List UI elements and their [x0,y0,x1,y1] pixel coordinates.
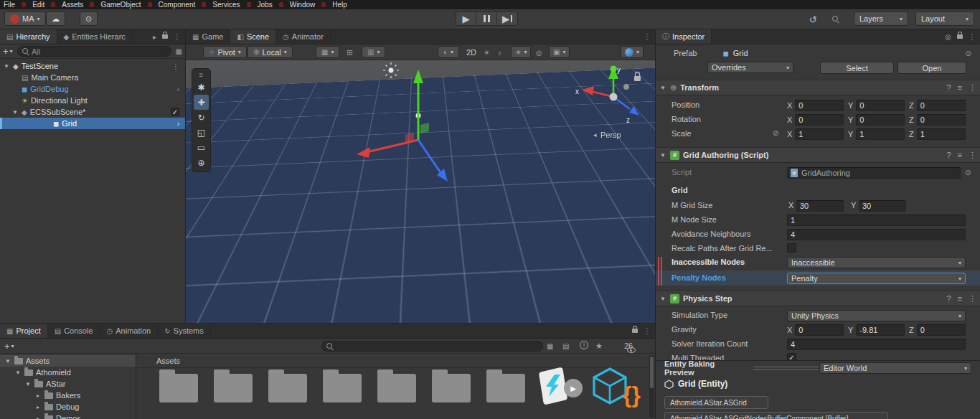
foldout-icon[interactable]: ▸ [34,392,42,399]
add-object-button[interactable]: + [3,46,9,57]
menu-item-services[interactable]: Services [212,1,240,9]
rotate-tool-button[interactable]: ↻ [192,110,210,125]
rotation-x-input[interactable] [795,114,844,126]
local-dropdown[interactable]: ⊕ Local ▾ [248,46,293,58]
snap-icon[interactable]: ⊞ [347,49,352,57]
asset-folder[interactable] [486,374,525,402]
palette-grip[interactable]: ≡ [192,70,210,80]
target-button[interactable]: ⊙ [80,11,98,26]
assets-scrollbar[interactable] [649,355,654,418]
menu-item-gameobject[interactable]: GameObject [100,1,141,9]
menu-item-file[interactable]: File [4,1,15,9]
effects-dropdown[interactable]: ∗ ▾ [511,46,531,58]
panel-menu-icon[interactable]: ⋮ [644,327,651,335]
scale-x-input[interactable] [795,128,844,140]
foldout-icon[interactable]: ▼ [14,369,22,376]
tab-entities-hierarchy[interactable]: ◆ Entities Hierarc [57,29,133,44]
penalty-nodes-dropdown[interactable]: Penalty ▾ [787,273,966,284]
cloud-button[interactable]: ☁ [46,11,65,26]
chevron-right-icon[interactable]: › [177,120,185,128]
drag-handle-icon[interactable] [753,367,819,370]
tree-row-directional-light[interactable]: ☀ Directional Light [0,95,185,106]
menu-item-edit[interactable]: Edit [32,1,44,9]
asset-folder[interactable] [377,374,416,402]
debug-mode-icon[interactable]: ◎ [945,33,951,41]
persp-label[interactable]: Persp [600,131,621,139]
prefab-picker-icon[interactable]: ⊙ [966,50,971,57]
presets-icon[interactable]: ≡ [958,294,962,303]
tab-scroll-icon[interactable]: ▸ [153,33,156,41]
gizmos-dropdown[interactable]: ▾ [621,46,644,58]
open-button[interactable]: Open [897,62,966,74]
search-by-label-icon[interactable]: ▤ [562,342,569,350]
rect-tool-button[interactable]: ▭ [192,140,210,155]
tab-console[interactable]: ▤ Console [48,324,100,338]
baking-world-dropdown[interactable]: Editor World ▾ [819,362,971,374]
tab-project[interactable]: ▦ Project [0,324,48,338]
asset-folder[interactable] [268,374,307,402]
asset-folder[interactable] [323,374,362,402]
tree-row-bakers[interactable]: ▸ Bakers [0,390,136,401]
layers-dropdown[interactable]: Layers ▾ [854,11,908,26]
scale-z-input[interactable] [917,128,966,140]
project-search[interactable] [321,341,543,352]
tree-row-testscene[interactable]: ▼ ◆ TestScene ⋮ [0,60,185,72]
lock-icon[interactable] [162,34,168,39]
lock-icon[interactable] [632,329,638,333]
m-node-size-input[interactable] [787,215,966,226]
tab-inspector[interactable]: ⓘ Inspector [656,29,712,44]
gravity-x-input[interactable] [795,324,844,336]
menu-item-component[interactable]: Component [159,1,196,9]
step-button[interactable]: ▶ [497,11,518,26]
presets-icon[interactable]: ≡ [958,83,962,92]
foldout-icon[interactable]: ▼ [659,152,666,159]
asset-folder[interactable] [432,374,471,402]
add-object-caret-icon[interactable]: ▾ [10,48,13,55]
scale-tool-button[interactable]: ◱ [192,125,210,140]
2d-toggle[interactable]: 2D [466,48,476,57]
create-asset-button[interactable]: + [4,341,10,352]
pivot-dropdown[interactable]: ⊹ Pivot ▾ [203,46,247,58]
position-x-input[interactable] [795,100,844,111]
tree-row-griddebug[interactable]: ◼ GridDebug › [0,83,185,95]
foldout-icon[interactable]: ▼ [4,358,11,364]
position-y-input[interactable] [856,100,905,111]
move-gizmo[interactable] [357,70,448,182]
move-tool-button[interactable]: ✚ [194,95,209,110]
physics-step-header[interactable]: ▼ # Physics Step ? ≡ ⋮ [656,291,980,306]
tree-row-ecssubscene[interactable]: ▼ ◆ ECSSubScene* ✓ [0,106,185,118]
overrides-dropdown[interactable]: Overrides ▾ [707,62,793,73]
account-button[interactable]: MA ▾ [4,11,46,26]
layout-dropdown[interactable]: Layout ▾ [915,11,974,26]
hierarchy-search[interactable] [17,46,171,57]
menu-item-help[interactable]: Help [332,1,347,9]
tab-game[interactable]: ▦ Game [186,29,230,44]
scene-audio-toggle-icon[interactable]: ♪ [498,49,501,57]
asset-folder[interactable] [214,374,253,402]
tab-systems[interactable]: ↻ Systems [158,324,211,338]
select-button[interactable]: Select [820,62,894,74]
foldout-icon[interactable]: ▸ [34,415,42,419]
panel-menu-icon[interactable]: ⋮ [969,33,976,41]
panel-menu-icon[interactable]: ⋮ [644,33,655,41]
tab-animator[interactable]: ◷ Animator [276,29,331,44]
scene-menu-icon[interactable]: ⋮ [172,62,185,70]
tree-row-main-camera[interactable]: ▤ Main Camera [0,72,185,83]
menu-item-jobs[interactable]: Jobs [258,1,273,9]
presets-icon[interactable]: ≡ [958,151,962,159]
subscene-asset-icon[interactable]: ▶ [535,368,587,407]
tree-row-assets[interactable]: ▼ Assets [0,355,136,367]
constrain-proportions-icon[interactable]: ⊘ [773,129,778,137]
pause-button[interactable] [476,11,497,26]
help-icon[interactable]: ? [946,83,951,92]
alert-icon[interactable]: ! [580,341,588,349]
play-button[interactable]: ▶ [456,11,476,26]
foldout-icon[interactable]: ▸ [34,404,42,410]
help-icon[interactable]: ? [946,151,951,159]
chevron-right-icon[interactable]: › [177,85,185,93]
help-icon[interactable]: ? [946,294,951,303]
object-picker-icon[interactable]: ⊙ [965,169,971,176]
avoidance-neighbours-input[interactable] [787,229,966,240]
recalc-paths-checkbox[interactable] [787,243,796,253]
tab-scene[interactable]: ◧ Scene [230,29,276,44]
